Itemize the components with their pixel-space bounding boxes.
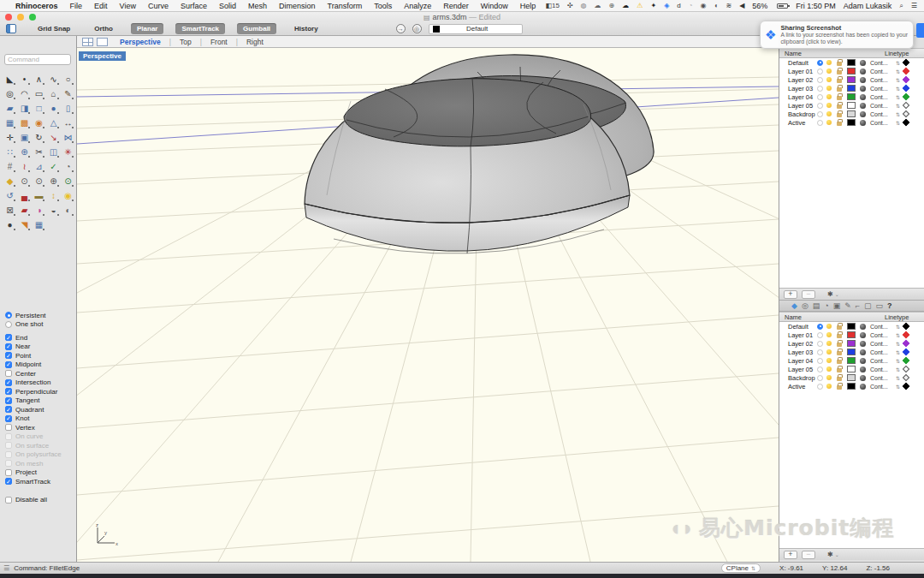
checkbox-icon[interactable] (5, 469, 12, 476)
layer-visibility-icon[interactable] (826, 120, 832, 125)
toggle-smarttrack[interactable]: SmartTrack (175, 23, 225, 34)
osnap-intersection[interactable]: ✓Intersection (5, 378, 62, 387)
viewport-tab-top[interactable]: Top (171, 38, 200, 46)
layer-linetype-value[interactable]: Cont... (870, 332, 896, 338)
hand-icon[interactable]: ✦ (650, 3, 656, 9)
layer-row-layer-03[interactable]: Layer 03Cont...⇅ (779, 348, 924, 356)
linetype-stepper-icon[interactable]: ⇅ (896, 120, 902, 126)
array-tool-icon[interactable]: ∷ (3, 145, 17, 159)
checkbox-icon[interactable]: ✓ (5, 397, 12, 404)
layer-row-layer-02[interactable]: Layer 02Cont...⇅ (779, 75, 924, 84)
perspective-viewport[interactable]: Perspective z y x (77, 48, 779, 562)
checkbox-icon[interactable] (5, 424, 12, 431)
zoom-extents-tool-icon[interactable]: ⊙ (61, 174, 75, 188)
layer-row-layer-03[interactable]: Layer 03Cont...⇅ (779, 84, 924, 92)
toggle-history[interactable]: History (288, 23, 324, 34)
viewport-tab-front[interactable]: Front (202, 38, 236, 46)
menu-dimension[interactable]: Dimension (279, 2, 316, 10)
layer-color-swatch[interactable] (847, 110, 856, 117)
grid-tool-icon[interactable]: # (3, 159, 17, 174)
undo-view-tool-icon[interactable]: ↺ (3, 188, 17, 203)
checkbox-icon[interactable]: ✓ (5, 415, 12, 422)
color-wheel-tool-icon[interactable]: ◑ (32, 203, 46, 217)
wifi-icon[interactable]: ≋ (726, 3, 732, 9)
command-input[interactable] (4, 54, 71, 65)
osnap-smarttrack[interactable]: ✓SmartTrack (5, 477, 62, 486)
rotate-tool-icon[interactable]: ↻ (32, 130, 46, 145)
layer-row-backdrop[interactable]: BackdropCont...⇅ (779, 110, 924, 118)
linetype-stepper-icon[interactable]: ⇅ (896, 358, 902, 364)
volume-icon[interactable]: ◀ (739, 3, 744, 9)
lock-icon[interactable]: ◉ (701, 3, 707, 9)
layer-lock-icon[interactable] (837, 368, 842, 372)
checkbox-icon[interactable]: ✓ (5, 352, 12, 359)
linetype-stepper-icon[interactable]: ⇅ (896, 384, 902, 390)
trim-tool-icon[interactable]: ✂ (32, 145, 46, 159)
layer-color-swatch[interactable] (847, 93, 856, 100)
current-layer-radio[interactable] (817, 384, 823, 390)
boolean-tool-icon[interactable]: ◉ (32, 116, 46, 130)
layer-material-icon[interactable] (860, 60, 866, 66)
layer-lock-icon[interactable] (837, 87, 842, 92)
layer-print-color-icon[interactable] (903, 76, 909, 83)
mirror-tool-icon[interactable]: ⋈ (61, 130, 75, 145)
menu-solid[interactable]: Solid (219, 2, 236, 10)
toggle-gumball[interactable]: Gumball (237, 23, 276, 34)
osnap-knot[interactable]: ✓Knot (5, 414, 62, 423)
warning-icon[interactable]: ⚠ (637, 3, 643, 9)
layer-row-layer-04[interactable]: Layer 04Cont...⇅ (779, 356, 924, 365)
layer-print-color-icon[interactable] (903, 357, 909, 364)
layer-options-button-2[interactable]: ✱⌄ (827, 551, 839, 558)
render-sphere-tool-icon[interactable]: ● (3, 217, 17, 232)
layer-visibility-icon[interactable] (826, 77, 832, 82)
layer-material-icon[interactable] (860, 366, 866, 372)
pipe-tool-icon[interactable]: ≀ (17, 159, 32, 174)
menu-edit[interactable]: Edit (94, 2, 108, 10)
menu-tools[interactable]: Tools (374, 2, 392, 10)
layer-linetype-value[interactable]: Cont... (870, 324, 896, 330)
layer-lock-icon[interactable] (837, 79, 842, 83)
layer-print-color-icon[interactable] (903, 340, 909, 347)
linetype-stepper-icon[interactable]: ⇅ (896, 77, 902, 83)
nav-arrow-icon[interactable]: → (396, 24, 406, 33)
menu-window[interactable]: Window (481, 2, 508, 10)
current-layer-radio[interactable] (817, 120, 823, 126)
explode-tool-icon[interactable]: ✳ (61, 145, 75, 159)
named-views-tab-icon[interactable]: ▣ (833, 302, 841, 310)
menu-help[interactable]: Help (520, 2, 536, 10)
layer-color-swatch[interactable] (847, 102, 856, 109)
layer-row-layer-01[interactable]: Layer 01Cont...⇅ (779, 67, 924, 75)
dropbox-icon[interactable]: ◈ (664, 3, 669, 9)
linetype-stepper-icon[interactable]: ⇅ (896, 94, 902, 100)
layer-color-swatch[interactable] (847, 357, 856, 364)
layers-tab-icon[interactable]: ◆ (791, 302, 797, 310)
menu-surface[interactable]: Surface (181, 2, 207, 10)
osnap-disable-all[interactable]: Disable all (5, 496, 62, 504)
layer-color-swatch[interactable] (847, 383, 856, 390)
current-layer-radio[interactable] (817, 86, 823, 92)
menu-view[interactable]: View (120, 2, 136, 10)
surface-tool-icon[interactable]: ▰ (3, 101, 17, 116)
layer-visibility-icon[interactable] (826, 69, 832, 74)
osnap-radio-one-shot[interactable]: One shot (5, 320, 62, 329)
layer-material-icon[interactable] (860, 86, 866, 92)
layer-linetype-value[interactable]: Cont... (870, 69, 896, 74)
layer-material-icon[interactable] (860, 332, 866, 338)
cloud-icon[interactable]: ☁ (595, 3, 601, 9)
layer-color-swatch[interactable] (847, 119, 856, 126)
checkbox-icon[interactable]: ✓ (5, 379, 12, 386)
layer-material-icon[interactable] (860, 111, 866, 117)
osnap-end[interactable]: ✓End (5, 333, 62, 342)
user-name[interactable]: Adam Lukasik (844, 2, 892, 10)
lightbulb-tool-icon[interactable]: ◉ (61, 188, 75, 203)
add-layer-button-2[interactable]: + (784, 551, 797, 559)
bell-icon[interactable]: ◍ (581, 3, 587, 9)
checkbox-icon[interactable]: ✓ (5, 478, 12, 485)
osnap-vertex[interactable]: Vertex (5, 423, 62, 432)
layer-material-icon[interactable] (860, 120, 866, 126)
rhino-window-icon[interactable] (6, 24, 16, 33)
layer-print-color-icon[interactable] (903, 110, 909, 117)
layer-material-icon[interactable] (860, 69, 866, 74)
layer-visibility-icon[interactable] (826, 375, 832, 380)
layer-linetype-value[interactable]: Cont... (870, 103, 896, 109)
